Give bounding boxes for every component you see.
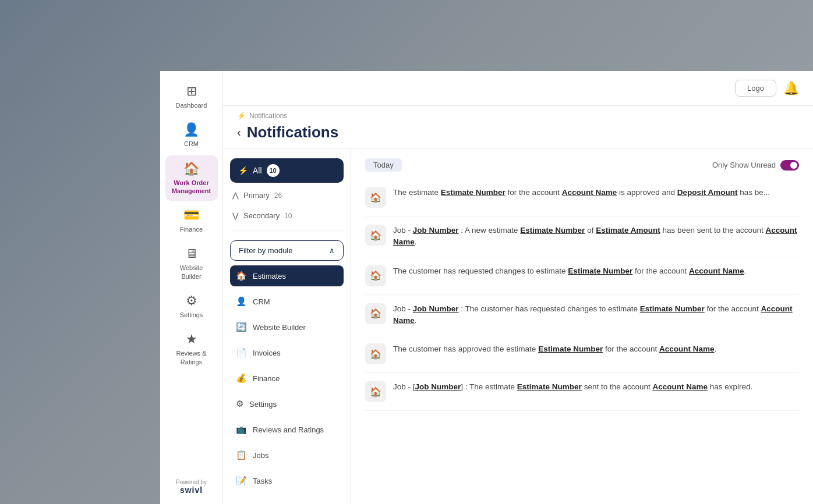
logo-button[interactable]: Logo: [735, 80, 776, 97]
notification-text: The customer has requested changes to es…: [393, 265, 746, 277]
module-item-tasks[interactable]: 📝 Tasks: [230, 470, 344, 491]
brand-name: swivl: [176, 485, 207, 495]
crm-icon: 👤: [183, 122, 199, 137]
secondary-count: 10: [284, 212, 292, 220]
module-label: Website Builder: [253, 323, 306, 332]
module-item-crm[interactable]: 👤 CRM: [230, 291, 344, 312]
chevron-down-icon: ⋁: [232, 211, 239, 220]
finance-icon: 💰: [236, 373, 247, 384]
sidebar: ⊞ Dashboard 👤 CRM 🏠 Work Order Managemen…: [160, 71, 223, 504]
breadcrumb: ⚡ Notifications: [223, 106, 813, 120]
sidebar-item-reviews-ratings[interactable]: ★ Reviews & Ratings: [165, 326, 218, 372]
notification-item: 🏠 The customer has approved the estimate…: [365, 335, 799, 373]
estimate-number-link[interactable]: Estimate Number: [517, 382, 582, 391]
sidebar-item-label: Dashboard: [176, 101, 207, 109]
notification-item: 🏠 The estimate Estimate Number for the a…: [365, 179, 799, 216]
filter-by-module-button[interactable]: Filter by module ∧: [230, 240, 344, 261]
account-name-link[interactable]: Account Name: [652, 382, 708, 391]
sidebar-item-settings[interactable]: ⚙ Settings: [165, 288, 218, 325]
powered-by-label: Powered by: [176, 479, 207, 485]
sidebar-item-finance[interactable]: 💳 Finance: [165, 202, 218, 239]
website-builder-icon: 🔄: [236, 322, 247, 332]
bell-icon[interactable]: 🔔: [783, 81, 799, 96]
sidebar-item-dashboard[interactable]: ⊞ Dashboard: [165, 78, 218, 115]
sidebar-item-label: Work Order Management: [170, 179, 213, 196]
module-item-estimates[interactable]: 🏠 Estimates: [230, 265, 344, 286]
reviews-icon: 📺: [236, 424, 247, 435]
finance-icon: 💳: [183, 208, 199, 223]
notification-item: 🏠 Job - [Job Number] : The estimate Esti…: [365, 373, 799, 411]
notification-icon: 🏠: [365, 265, 386, 286]
deposit-amount-link[interactable]: Deposit Amount: [677, 188, 738, 197]
divider: [230, 230, 344, 231]
sidebar-item-work-order[interactable]: 🏠 Work Order Management: [165, 155, 218, 201]
notification-text: The customer has approved the estimate E…: [393, 343, 716, 355]
sidebar-bottom: Powered by swivl: [176, 479, 207, 504]
reviews-icon: ★: [186, 332, 197, 347]
page-title: Notifications: [247, 123, 338, 141]
estimate-number-link[interactable]: Estimate Number: [538, 345, 603, 353]
account-name-link[interactable]: Account Name: [659, 345, 715, 353]
primary-count: 26: [274, 191, 282, 200]
module-item-reviews-ratings[interactable]: 📺 Reviews and Ratings: [230, 419, 344, 440]
notification-text: Job - [Job Number] : The estimate Estima…: [393, 381, 752, 393]
topbar: Logo 🔔: [223, 71, 813, 106]
module-item-invoices[interactable]: 📄 Invoices: [230, 342, 344, 363]
primary-label: Primary: [243, 191, 270, 200]
sidebar-item-label: Reviews & Ratings: [170, 349, 213, 366]
module-label: Jobs: [253, 451, 268, 460]
notification-item: 🏠 Job - Job Number : The customer has re…: [365, 295, 799, 336]
sidebar-item-website-builder[interactable]: 🖥 Website Builder: [165, 240, 218, 286]
estimates-icon: 🏠: [236, 271, 247, 281]
module-item-finance[interactable]: 💰 Finance: [230, 368, 344, 389]
module-label: CRM: [253, 297, 270, 306]
primary-filter[interactable]: ⋀ Primary 26: [230, 187, 344, 203]
job-number-link[interactable]: Job Number: [413, 304, 459, 313]
show-unread-control: Only Show Unread: [712, 160, 799, 171]
module-label: Invoices: [253, 349, 281, 357]
notification-icon: 🏠: [365, 343, 386, 364]
module-label: Settings: [249, 400, 277, 409]
back-button[interactable]: ‹: [237, 126, 241, 139]
module-item-jobs[interactable]: 📋 Jobs: [230, 445, 344, 466]
estimate-amount-link[interactable]: Estimate Amount: [596, 226, 660, 235]
notification-text: Job - Job Number : A new estimate Estima…: [393, 225, 799, 249]
module-label: Tasks: [253, 477, 272, 485]
main-content: Logo 🔔 ⚡ Notifications ‹ Notifications ⚡…: [223, 71, 813, 504]
account-name-link[interactable]: Account Name: [562, 188, 617, 197]
filter-by-module-label: Filter by module: [239, 246, 292, 255]
notification-text: The estimate Estimate Number for the acc…: [393, 187, 770, 198]
module-item-settings[interactable]: ⚙ Settings: [230, 393, 344, 414]
estimate-number-link[interactable]: Estimate Number: [441, 188, 506, 197]
work-order-icon: 🏠: [183, 161, 199, 176]
unread-toggle[interactable]: [780, 160, 799, 171]
sidebar-item-crm[interactable]: 👤 CRM: [165, 116, 218, 154]
sidebar-item-label: Website Builder: [170, 264, 213, 281]
jobs-icon: 📋: [236, 450, 247, 460]
job-number-link[interactable]: Job Number: [415, 382, 461, 391]
settings-icon: ⚙: [236, 399, 243, 409]
sidebar-item-label: Finance: [180, 225, 203, 233]
notification-icon: 🏠: [365, 187, 386, 208]
module-label: Reviews and Ratings: [253, 425, 324, 434]
left-panel: ⚡ All 10 ⋀ Primary 26 ⋁ Secondary 10 Fil…: [223, 149, 351, 504]
estimate-number-link[interactable]: Estimate Number: [568, 267, 632, 275]
module-label: Estimates: [253, 272, 286, 281]
website-builder-icon: 🖥: [185, 246, 198, 261]
module-label: Finance: [253, 374, 280, 383]
account-name-link[interactable]: Account Name: [689, 267, 744, 275]
secondary-filter[interactable]: ⋁ Secondary 10: [230, 208, 344, 223]
estimate-number-link[interactable]: Estimate Number: [520, 226, 585, 235]
chevron-up-icon: ∧: [329, 246, 335, 255]
tasks-icon: 📝: [236, 475, 247, 486]
dashboard-icon: ⊞: [186, 84, 197, 99]
breadcrumb-sep: ⚡: [237, 112, 246, 120]
job-number-link[interactable]: Job Number: [413, 226, 459, 235]
all-filter-button[interactable]: ⚡ All 10: [230, 158, 344, 183]
estimate-number-link[interactable]: Estimate Number: [640, 304, 705, 313]
sidebar-item-label: Settings: [180, 311, 203, 319]
notification-text: Job - Job Number : The customer has requ…: [393, 303, 799, 327]
all-filter-icon: ⚡: [238, 166, 248, 175]
content-area: ⚡ All 10 ⋀ Primary 26 ⋁ Secondary 10 Fil…: [223, 149, 813, 504]
module-item-website-builder[interactable]: 🔄 Website Builder: [230, 317, 344, 338]
